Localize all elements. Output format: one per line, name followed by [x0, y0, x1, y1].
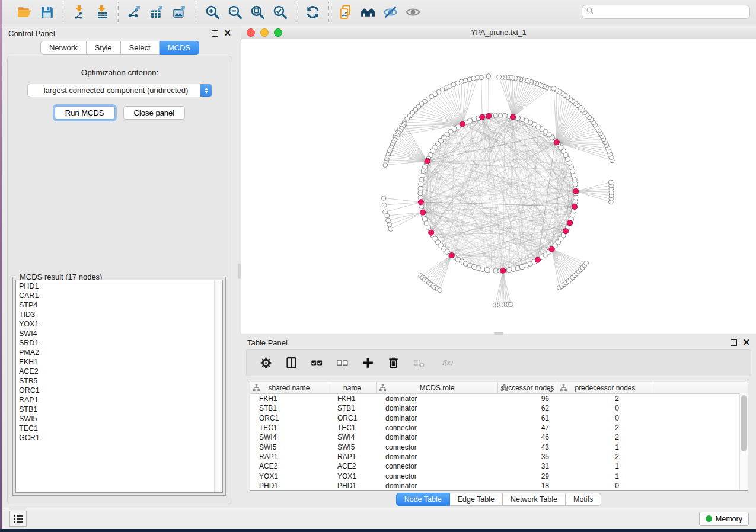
- import-table-icon[interactable]: [93, 3, 111, 21]
- table-row[interactable]: STB1STB1dominator620: [250, 403, 748, 413]
- table-scrollbar[interactable]: [739, 393, 748, 490]
- zoom-in-icon[interactable]: [203, 3, 221, 21]
- export-network-icon[interactable]: [126, 3, 143, 21]
- network-node[interactable]: [385, 213, 390, 218]
- mcds-result-item[interactable]: YOX1: [19, 319, 214, 329]
- mcds-node[interactable]: [510, 114, 515, 120]
- network-node[interactable]: [438, 288, 442, 293]
- select-all-icon[interactable]: [310, 355, 324, 370]
- table-row[interactable]: SWI4SWI4dominator462: [250, 432, 748, 442]
- table-scrollbar-thumb[interactable]: [741, 395, 747, 451]
- table-tab-network-table[interactable]: Network Table: [503, 493, 566, 506]
- mcds-node[interactable]: [549, 246, 554, 252]
- import-network-icon[interactable]: [71, 3, 88, 21]
- hide-selected-icon[interactable]: [381, 3, 399, 21]
- delete-row-icon[interactable]: [386, 355, 400, 370]
- table-tab-edge-table[interactable]: Edge Table: [450, 493, 503, 506]
- mcds-node[interactable]: [460, 121, 465, 127]
- network-node[interactable]: [608, 180, 613, 185]
- network-node[interactable]: [584, 261, 589, 265]
- search-box[interactable]: [582, 5, 750, 19]
- mcds-node[interactable]: [480, 114, 485, 120]
- network-node[interactable]: [572, 178, 577, 182]
- network-node[interactable]: [493, 268, 498, 273]
- network-window-titlebar[interactable]: YPA_prune.txt_1: [241, 26, 756, 39]
- table-panel-float-icon[interactable]: [731, 339, 737, 346]
- mcds-node[interactable]: [429, 230, 434, 235]
- network-node[interactable]: [573, 182, 578, 187]
- column-header-successor-nodes[interactable]: successor nodes: [498, 382, 557, 393]
- network-canvas[interactable]: [241, 39, 756, 334]
- open-folder-icon[interactable]: [15, 3, 33, 21]
- column-header-shared-name[interactable]: shared name: [250, 382, 328, 393]
- mcds-node[interactable]: [418, 200, 423, 205]
- table-row[interactable]: FKH1FKH1dominator962: [250, 394, 748, 403]
- network-node[interactable]: [497, 75, 502, 79]
- export-table-icon[interactable]: [148, 3, 166, 21]
- network-node[interactable]: [382, 203, 387, 207]
- network-node[interactable]: [486, 74, 491, 79]
- memory-button[interactable]: Memory: [699, 512, 749, 526]
- table-row[interactable]: SWI5SWI5connector431: [250, 442, 748, 451]
- mcds-node[interactable]: [500, 268, 506, 273]
- network-node[interactable]: [418, 191, 423, 196]
- tab-network[interactable]: Network: [40, 41, 87, 55]
- show-all-icon[interactable]: [404, 3, 422, 21]
- new-network-from-selection-icon[interactable]: [336, 3, 354, 21]
- mcds-result-item[interactable]: SWI4: [19, 329, 214, 338]
- mcds-result-item[interactable]: STP4: [19, 300, 214, 310]
- mcds-result-item[interactable]: SRD1: [19, 338, 214, 348]
- table-tab-node-table[interactable]: Node Table: [396, 493, 450, 506]
- mcds-result-item[interactable]: ACE2: [19, 367, 214, 376]
- close-panel-button[interactable]: Close panel: [123, 106, 186, 120]
- mcds-result-item[interactable]: RAP1: [19, 395, 214, 405]
- mcds-node[interactable]: [563, 229, 569, 234]
- network-node[interactable]: [386, 218, 391, 223]
- control-panel-close-icon[interactable]: ✕: [224, 30, 231, 37]
- refresh-icon[interactable]: [304, 3, 321, 21]
- zoom-fit-icon[interactable]: [248, 3, 266, 21]
- network-node[interactable]: [498, 113, 503, 118]
- network-node[interactable]: [388, 227, 393, 232]
- mcds-node[interactable]: [486, 113, 492, 118]
- network-node[interactable]: [387, 222, 392, 227]
- mcds-result-item[interactable]: TEC1: [19, 424, 214, 433]
- network-node[interactable]: [479, 75, 484, 80]
- mcds-node[interactable]: [420, 210, 426, 215]
- splitter-handle-icon[interactable]: [238, 264, 241, 279]
- table-row[interactable]: PHD1PHD1dominator180: [250, 481, 748, 491]
- mcds-result-item[interactable]: STB5: [19, 376, 214, 386]
- network-node[interactable]: [419, 182, 423, 187]
- tab-mcds[interactable]: MCDS: [160, 41, 199, 55]
- network-node[interactable]: [480, 267, 485, 271]
- network-node[interactable]: [493, 113, 498, 118]
- table-panel-close-icon[interactable]: ✕: [742, 339, 750, 346]
- mcds-node[interactable]: [449, 252, 454, 258]
- table-settings-icon[interactable]: [259, 355, 273, 370]
- mcds-result-item[interactable]: PHD1: [19, 281, 214, 291]
- mcds-node[interactable]: [567, 220, 572, 226]
- mcds-node[interactable]: [425, 158, 430, 164]
- show-columns-icon[interactable]: [284, 355, 298, 370]
- tab-select[interactable]: Select: [121, 41, 160, 55]
- network-node[interactable]: [419, 178, 424, 182]
- mcds-node[interactable]: [572, 204, 577, 209]
- zoom-out-icon[interactable]: [226, 3, 244, 21]
- network-node[interactable]: [573, 195, 578, 200]
- network-node[interactable]: [507, 268, 512, 273]
- network-node[interactable]: [484, 268, 489, 273]
- mcds-result-item[interactable]: ORC1: [19, 386, 214, 395]
- network-node[interactable]: [420, 173, 425, 178]
- column-header-name[interactable]: name: [328, 382, 377, 393]
- mcds-result-item[interactable]: FKH1: [19, 357, 214, 367]
- mcds-node[interactable]: [554, 139, 559, 145]
- column-header-predecessor-nodes[interactable]: predecessor nodes: [557, 382, 653, 393]
- mcds-result-list[interactable]: PHD1CAR1STP4TID3YOX1SWI4SRD1PMA2FKH1ACE2…: [16, 280, 214, 492]
- deselect-all-icon[interactable]: [335, 355, 349, 370]
- table-row[interactable]: ORC1ORC1dominator610: [250, 414, 748, 423]
- table-tab-motifs[interactable]: Motifs: [566, 493, 601, 506]
- table-row[interactable]: YOX1YOX1connector291: [250, 471, 748, 480]
- zoom-selected-icon[interactable]: [271, 3, 289, 21]
- network-node[interactable]: [551, 86, 556, 91]
- mcds-result-item[interactable]: GCR1: [19, 433, 214, 443]
